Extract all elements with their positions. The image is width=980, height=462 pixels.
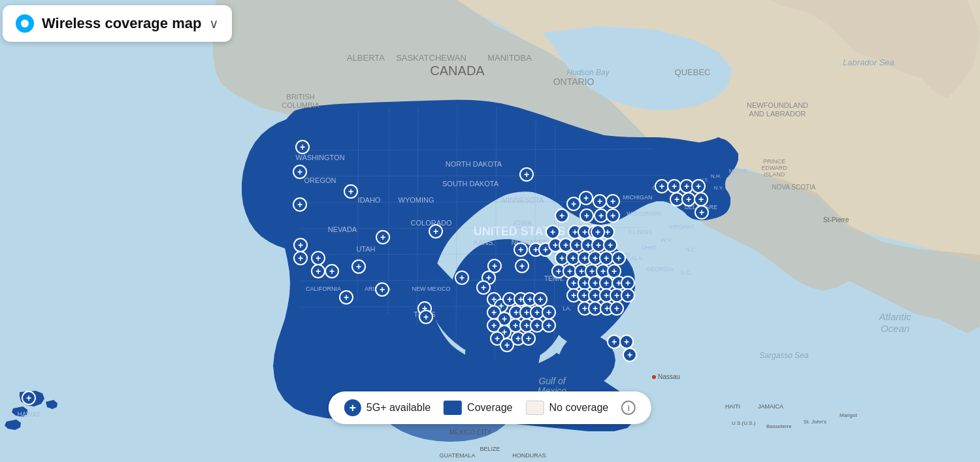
- plus-marker[interactable]: +: [311, 251, 325, 265]
- svg-text:W.V.: W.V.: [661, 237, 672, 243]
- plus-marker[interactable]: +: [694, 192, 708, 206]
- svg-text:Basseterre: Basseterre: [766, 423, 792, 429]
- svg-text:NEVADA: NEVADA: [328, 225, 357, 233]
- legend-coverage-label: Coverage: [467, 402, 512, 414]
- plus-marker[interactable]: +: [694, 205, 709, 220]
- svg-text:OREGON: OREGON: [304, 176, 336, 184]
- svg-text:HAITI: HAITI: [725, 403, 740, 410]
- plus-marker[interactable]: +: [293, 251, 308, 265]
- svg-text:SASKATCHEWAN: SASKATCHEWAN: [396, 53, 466, 63]
- svg-text:KANS.: KANS.: [473, 239, 495, 246]
- svg-text:HONDURAS: HONDURAS: [512, 452, 546, 459]
- svg-text:NEWFOUNDLAND: NEWFOUNDLAND: [747, 101, 808, 109]
- plus-marker[interactable]: +: [555, 208, 569, 223]
- plus-marker[interactable]: +: [606, 208, 620, 223]
- svg-text:PRINCE: PRINCE: [763, 158, 785, 165]
- plus-marker[interactable]: +: [606, 194, 620, 208]
- svg-text:Ocean: Ocean: [881, 323, 909, 334]
- plus-marker[interactable]: +: [339, 290, 353, 305]
- svg-text:NEW MEXICO: NEW MEXICO: [412, 286, 450, 292]
- plus-marker[interactable]: +: [691, 179, 706, 193]
- legend-5g-item: + 5G+ available: [344, 399, 431, 416]
- plus-marker[interactable]: +: [521, 331, 536, 346]
- plus-marker[interactable]: +: [344, 184, 358, 199]
- svg-text:MICHIGAN: MICHIGAN: [623, 194, 653, 201]
- svg-text:Marigot: Marigot: [840, 412, 857, 418]
- svg-text:BRITISH: BRITISH: [286, 93, 314, 101]
- plus-marker[interactable]: +: [376, 230, 390, 244]
- plus-marker[interactable]: +: [515, 259, 529, 273]
- title-card[interactable]: Wireless coverage map ∨: [3, 5, 232, 42]
- svg-text:N.H.: N.H.: [711, 173, 721, 179]
- plus-marker[interactable]: +: [375, 282, 389, 297]
- legend-coverage-item: Coverage: [444, 401, 512, 415]
- svg-text:Sargasso Sea: Sargasso Sea: [759, 351, 809, 360]
- plus-marker[interactable]: +: [580, 208, 594, 223]
- svg-text:St. John's: St. John's: [804, 419, 826, 425]
- legend-bar: + 5G+ available Coverage No coverage i: [329, 391, 651, 424]
- plus-marker[interactable]: +: [22, 391, 36, 405]
- plus-marker[interactable]: +: [419, 310, 433, 324]
- logo-icon: [16, 14, 34, 33]
- dropdown-chevron-icon[interactable]: ∨: [209, 16, 219, 31]
- legend-no-coverage-label: No coverage: [549, 402, 608, 414]
- 5g-icon: +: [344, 399, 361, 416]
- plus-marker[interactable]: +: [612, 251, 626, 265]
- svg-text:ISLAND: ISLAND: [764, 171, 785, 178]
- plus-marker[interactable]: +: [546, 225, 560, 239]
- svg-text:St-Pierre: St-Pierre: [823, 216, 849, 223]
- svg-text:Atlantic: Atlantic: [878, 311, 911, 322]
- plus-marker[interactable]: +: [519, 167, 534, 182]
- svg-text:MANITOBA: MANITOBA: [487, 53, 532, 63]
- svg-text:U.S.(U.S.): U.S.(U.S.): [732, 420, 756, 426]
- plus-marker[interactable]: +: [293, 197, 307, 212]
- coverage-swatch: [444, 401, 462, 415]
- plus-marker[interactable]: +: [293, 165, 307, 179]
- plus-marker[interactable]: +: [542, 318, 556, 333]
- plus-marker[interactable]: +: [593, 194, 607, 208]
- svg-text:MEXICO CITY: MEXICO CITY: [449, 429, 491, 436]
- svg-text:S.C.: S.C.: [680, 269, 692, 276]
- legend-no-coverage-item: No coverage: [525, 401, 608, 415]
- plus-marker[interactable]: +: [619, 335, 634, 349]
- svg-text:ALA.: ALA.: [630, 255, 644, 261]
- plus-marker[interactable]: +: [610, 301, 624, 316]
- svg-text:NORTH DAKOTA: NORTH DAKOTA: [446, 160, 502, 168]
- svg-text:BELIZE: BELIZE: [480, 446, 500, 452]
- svg-text:ALBERTA: ALBERTA: [347, 53, 385, 63]
- plus-marker[interactable]: +: [542, 305, 556, 320]
- plus-marker[interactable]: +: [623, 348, 637, 362]
- plus-marker[interactable]: +: [621, 288, 635, 303]
- svg-text:QUEBEC: QUEBEC: [675, 67, 711, 77]
- plus-marker[interactable]: +: [476, 280, 491, 295]
- svg-text:WYOMING: WYOMING: [399, 196, 434, 204]
- plus-marker[interactable]: +: [579, 191, 593, 205]
- svg-point-63: [652, 375, 656, 379]
- plus-marker[interactable]: +: [351, 259, 366, 274]
- plus-marker[interactable]: +: [455, 271, 469, 285]
- plus-marker[interactable]: +: [487, 259, 502, 273]
- svg-text:ILLINOIS: ILLINOIS: [628, 229, 652, 235]
- svg-text:GUATEMALA: GUATEMALA: [440, 452, 476, 459]
- map-container: Labrador Sea Hudson Bay CANADA WASHINGTO…: [0, 0, 980, 462]
- plus-marker[interactable]: +: [293, 238, 308, 252]
- svg-text:Hudson Bay: Hudson Bay: [566, 68, 610, 77]
- svg-text:MINNESOTA: MINNESOTA: [502, 196, 544, 204]
- plus-marker[interactable]: +: [591, 225, 605, 239]
- plus-marker[interactable]: +: [514, 242, 528, 257]
- plus-marker[interactable]: +: [325, 264, 339, 278]
- map-title: Wireless coverage map: [42, 15, 201, 32]
- plus-marker[interactable]: +: [295, 140, 310, 154]
- plus-marker[interactable]: +: [603, 238, 617, 252]
- svg-text:UTAH: UTAH: [356, 245, 375, 253]
- svg-text:JAMAICA: JAMAICA: [758, 403, 783, 410]
- svg-text:SOUTH DAKOTA: SOUTH DAKOTA: [442, 180, 499, 188]
- legend-5g-label: 5G+ available: [367, 402, 431, 414]
- svg-text:LA.: LA.: [563, 305, 572, 312]
- plus-marker[interactable]: +: [311, 264, 325, 278]
- plus-marker[interactable]: +: [533, 292, 547, 306]
- svg-text:HAWAII: HAWAII: [18, 411, 41, 418]
- plus-marker[interactable]: +: [429, 224, 443, 239]
- no-coverage-swatch: [525, 401, 544, 415]
- info-icon[interactable]: i: [621, 401, 636, 415]
